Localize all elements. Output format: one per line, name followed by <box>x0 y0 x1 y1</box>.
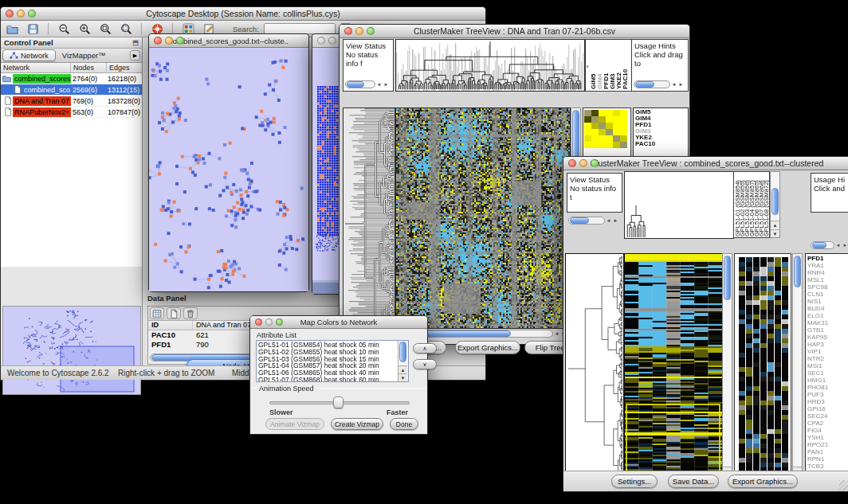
gene-label[interactable]: YSH1 <box>807 434 848 441</box>
treeview1-column-dendrogram[interactable] <box>395 39 585 92</box>
network-canvas[interactable] <box>149 48 308 291</box>
zoom-window-icon[interactable] <box>276 318 283 326</box>
zoom-fit-icon[interactable] <box>97 21 113 36</box>
treeview2-gene-list[interactable]: PFD1YRA1RNR4MSL1SPC98CLN1NIS1BUD4ELG1MAK… <box>805 253 848 484</box>
minimize-icon[interactable] <box>265 318 273 326</box>
treeview2-right-vscrollbar[interactable]: ▲▼ <box>792 253 803 484</box>
gene-label[interactable]: HRD3 <box>807 398 848 405</box>
zoom-window-icon[interactable] <box>591 159 599 167</box>
treeview2-top-vscrollbar[interactable]: ▲▼ <box>770 171 780 238</box>
minimize-icon[interactable] <box>17 10 25 18</box>
gene-label[interactable]: CLN1 <box>807 291 848 298</box>
gene-label[interactable]: MSI1 <box>807 362 848 369</box>
close-icon[interactable] <box>317 37 325 45</box>
gene-label[interactable]: MAK31 <box>807 319 848 326</box>
column-header-id[interactable]: ID <box>148 321 193 330</box>
save-icon[interactable] <box>25 21 41 36</box>
minimize-icon[interactable] <box>165 37 173 45</box>
gene-label[interactable]: PHO81 <box>807 384 848 391</box>
gene-label[interactable]: PAN1 <box>807 448 848 455</box>
birdseye-overview[interactable] <box>2 306 141 395</box>
open-folder-icon[interactable] <box>4 21 20 36</box>
minimize-icon[interactable] <box>355 27 363 35</box>
close-icon[interactable] <box>255 318 262 326</box>
create-vizmap-button[interactable]: Create Vizmap <box>331 418 383 430</box>
window-controls[interactable] <box>6 10 36 18</box>
gene-label[interactable]: VIP1 <box>807 348 848 355</box>
close-icon[interactable] <box>568 159 576 167</box>
gene-label[interactable]: ELG1 <box>807 312 848 319</box>
treeview2-vscrollbar[interactable]: ▲▼ <box>722 253 732 484</box>
gene-label[interactable]: PUF3 <box>807 391 848 398</box>
view-status-scrollbar[interactable]: ◄► <box>568 216 619 225</box>
gene-label[interactable]: TCB3 <box>807 463 848 470</box>
network-row[interactable]: DNA and Tran 07769(0)183728(0) <box>1 96 142 107</box>
resize-grip[interactable] <box>839 480 848 490</box>
network-row[interactable]: RNAPuberNov2+563(0)107847(0) <box>1 107 142 118</box>
treeview2-secondary-heatmap[interactable] <box>739 257 788 474</box>
animate-vizmap-button[interactable]: Animate Vizmap <box>265 418 324 430</box>
chevron-right-icon[interactable]: ▸ <box>587 62 589 71</box>
search-input[interactable] <box>264 23 336 34</box>
treeview2-gene-dendrogram[interactable] <box>565 253 624 484</box>
gene-label[interactable]: CPA2 <box>807 420 848 427</box>
gene-label[interactable]: RNR4 <box>807 269 848 276</box>
gene-label[interactable]: KAP95 <box>807 334 848 341</box>
treeview2-column-dendrogram[interactable] <box>624 171 734 239</box>
float-panel-icon[interactable]: ⬒ <box>132 39 139 46</box>
gene-label[interactable]: RPN1 <box>807 455 848 463</box>
gene-label[interactable]: NIS1 <box>807 298 848 305</box>
gene-label[interactable]: SPC98 <box>807 283 848 291</box>
attribute-select-icon[interactable] <box>150 307 164 319</box>
gene-label[interactable]: NTR2 <box>807 355 848 362</box>
settings-button[interactable]: Settings... <box>611 475 658 488</box>
gene-label[interactable]: HMG1 <box>807 377 848 384</box>
attribute-list[interactable]: GPL51-01 (GSM854) heat shock 05 minGPL51… <box>256 340 409 382</box>
network-row[interactable]: combined_sco2569(6)13112(15) <box>1 84 142 96</box>
attribute-list-item[interactable]: GPL51-07 (GSM868) heat shock 60 min <box>258 377 406 382</box>
gene-label[interactable]: HAP3 <box>807 341 848 348</box>
similarity-matrix[interactable] <box>584 110 627 148</box>
tab-network[interactable]: Network <box>2 49 56 61</box>
done-button[interactable]: Done <box>390 418 418 430</box>
network-row[interactable]: combined_scores2764(0)16218(0) <box>1 73 142 84</box>
gene-label[interactable]: MSL1 <box>807 276 848 283</box>
attribute-list-scrollbar[interactable]: ▲▼ <box>398 341 408 381</box>
gene-label[interactable]: PFD1 <box>807 255 848 262</box>
dialog-title-bar[interactable]: Map Colors to Network <box>250 316 427 329</box>
gene-label[interactable]: GTB1 <box>807 326 848 334</box>
zoom-selected-icon[interactable] <box>118 21 134 36</box>
main-title-bar[interactable]: Cytoscape Desktop (Session Name: collins… <box>1 7 485 21</box>
gene-label[interactable]: SEC24 <box>807 412 848 420</box>
gene-label[interactable]: RPO21 <box>807 441 848 448</box>
zoom-window-icon[interactable] <box>28 10 36 18</box>
tab-vizmapper[interactable]: VizMapper™ <box>56 49 112 61</box>
save-data-button[interactable]: Save Data... <box>668 475 719 488</box>
close-icon[interactable] <box>154 37 162 45</box>
view-status-scrollbar[interactable]: ◄► <box>345 80 390 89</box>
treeview2-heatmap[interactable] <box>624 253 723 484</box>
treeview1-heatmap[interactable] <box>395 107 571 329</box>
close-icon[interactable] <box>6 10 14 18</box>
treeview2-title-bar[interactable]: ClusterMaker TreeView : combined_scores_… <box>563 157 848 170</box>
slider-thumb[interactable] <box>333 397 344 408</box>
zoom-window-icon[interactable] <box>176 37 184 45</box>
move-down-button[interactable]: ∨ <box>413 359 437 369</box>
treeview1-gene-dendrogram[interactable] <box>343 107 395 340</box>
close-icon[interactable] <box>344 27 352 35</box>
zoom-window-icon[interactable] <box>367 27 375 35</box>
usage-hints-scrollbar[interactable]: ◄► <box>634 80 685 89</box>
gene-label[interactable]: YRA1 <box>807 262 848 269</box>
gene-label[interactable]: FIG4 <box>807 427 848 434</box>
network-view-title-bar[interactable]: combined_scores_good.txt--cluste... <box>149 34 308 48</box>
usage-hints-scrollbar[interactable]: ◄► <box>811 240 848 250</box>
export-graphics-button[interactable]: Export Graphics... <box>728 475 798 488</box>
treeview1-title-bar[interactable]: ClusterMaker TreeView : DNA and Tran 07-… <box>340 25 689 38</box>
new-attribute-icon[interactable] <box>167 307 181 319</box>
minimize-icon[interactable] <box>328 37 336 45</box>
tab-overflow-arrow[interactable]: ▶ <box>130 50 140 61</box>
delete-attribute-icon[interactable] <box>183 307 198 319</box>
gene-label[interactable]: BUD4 <box>807 305 848 312</box>
zoom-out-icon[interactable] <box>56 21 72 36</box>
gene-label[interactable]: SEC1 <box>807 369 848 377</box>
